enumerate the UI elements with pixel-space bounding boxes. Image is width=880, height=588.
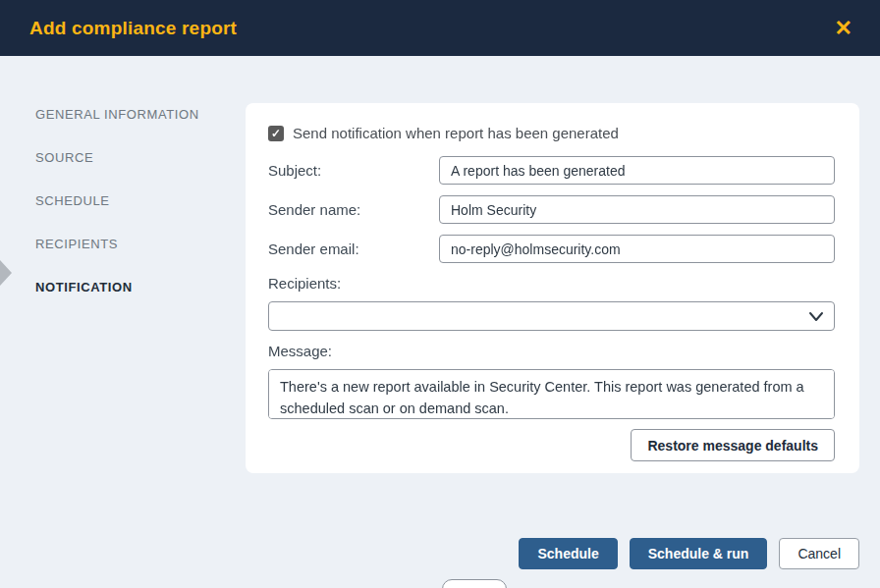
message-label: Message: <box>268 343 835 359</box>
recipients-select[interactable] <box>268 301 835 331</box>
recipients-label: Recipients: <box>268 275 835 292</box>
sidebar-item-general-information[interactable]: GENERAL INFORMATION <box>0 92 246 135</box>
sidebar-item-label: SCHEDULE <box>35 193 110 208</box>
message-textarea[interactable]: There's a new report available in Securi… <box>268 369 835 419</box>
modal-header: Add compliance report ✕ <box>0 0 880 56</box>
footer-actions: Schedule Schedule & run Cancel <box>519 538 859 569</box>
sidebar-item-notification[interactable]: NOTIFICATION <box>0 265 246 308</box>
sender-name-row: Sender name: <box>268 195 835 224</box>
sidebar-item-label: SOURCE <box>35 150 93 165</box>
sidebar: GENERAL INFORMATION SOURCE SCHEDULE RECI… <box>0 92 246 308</box>
restore-row: Restore message defaults <box>268 429 835 461</box>
modal-body: GENERAL INFORMATION SOURCE SCHEDULE RECI… <box>0 56 880 588</box>
send-notification-checkbox[interactable]: ✓ <box>268 126 284 141</box>
schedule-and-run-button[interactable]: Schedule & run <box>630 538 768 569</box>
sender-name-label: Sender name: <box>268 201 439 218</box>
sender-email-label: Sender email: <box>268 241 439 257</box>
sidebar-item-label: GENERAL INFORMATION <box>35 107 199 122</box>
sender-name-input[interactable] <box>439 195 835 224</box>
subject-row: Subject: <box>268 156 835 185</box>
subject-label: Subject: <box>268 162 439 179</box>
send-notification-row: ✓ Send notification when report has been… <box>268 125 835 141</box>
send-notification-label: Send notification when report has been g… <box>293 125 619 141</box>
close-icon[interactable]: ✕ <box>835 18 852 39</box>
cancel-button[interactable]: Cancel <box>779 538 859 569</box>
sidebar-item-schedule[interactable]: SCHEDULE <box>0 179 246 222</box>
notification-form-card: ✓ Send notification when report has been… <box>246 103 859 473</box>
chevron-down-icon <box>808 310 824 324</box>
schedule-button[interactable]: Schedule <box>519 538 617 569</box>
sender-email-row: Sender email: <box>268 235 835 263</box>
sender-email-input[interactable] <box>439 235 835 263</box>
sidebar-item-label: NOTIFICATION <box>35 280 133 294</box>
modal-title: Add compliance report <box>29 18 237 39</box>
subject-input[interactable] <box>439 156 835 185</box>
sidebar-item-label: RECIPIENTS <box>35 237 118 251</box>
sidebar-item-recipients[interactable]: RECIPIENTS <box>0 222 246 265</box>
bottom-pill-button[interactable] <box>442 579 507 588</box>
sidebar-item-source[interactable]: SOURCE <box>0 135 246 179</box>
restore-message-defaults-button[interactable]: Restore message defaults <box>631 429 835 461</box>
